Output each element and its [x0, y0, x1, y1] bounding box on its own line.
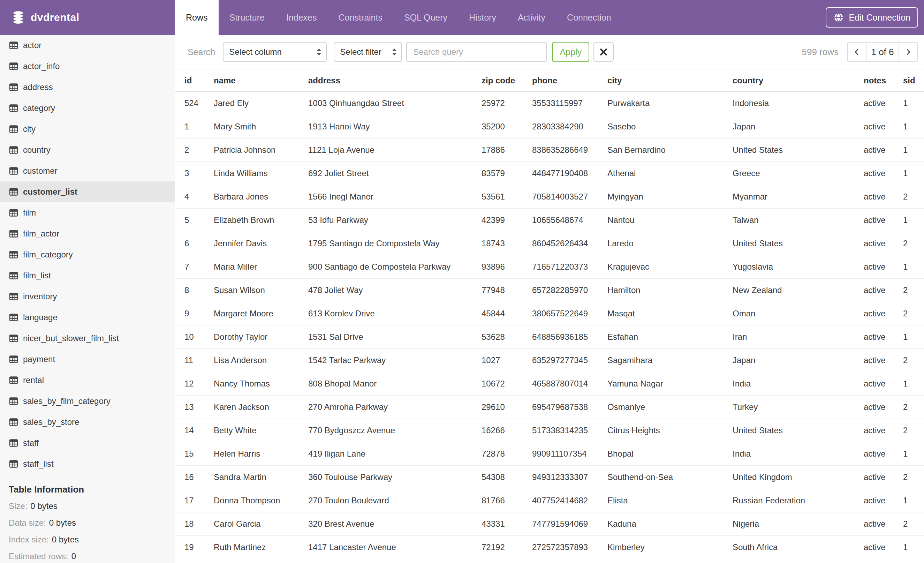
table-row[interactable]: 9Margaret Moore613 Korolev Drive45844380…	[175, 302, 924, 326]
table-cell[interactable]: 2	[894, 466, 924, 489]
table-cell[interactable]: 10655648674	[523, 209, 598, 232]
table-cell[interactable]: 93896	[472, 255, 523, 279]
table-cell[interactable]: Purwakarta	[598, 92, 723, 115]
table-row[interactable]: 3Linda Williams692 Joliet Street83579448…	[175, 162, 924, 185]
table-cell[interactable]: Kaduna	[598, 512, 723, 536]
table-cell[interactable]: 1	[894, 255, 924, 279]
table-cell[interactable]: active	[854, 279, 894, 302]
table-cell[interactable]: Japan	[723, 349, 854, 372]
table-cell[interactable]: 54308	[472, 466, 523, 489]
table-cell[interactable]: active	[854, 466, 894, 489]
table-cell[interactable]: 77948	[472, 279, 523, 302]
sidebar-item-film_list[interactable]: film_list	[0, 265, 175, 286]
table-cell[interactable]: 81766	[472, 489, 523, 512]
tab-constraints[interactable]: Constraints	[328, 0, 393, 35]
tab-indexes[interactable]: Indexes	[276, 0, 328, 35]
table-cell[interactable]: 1003 Qinhuangdao Street	[299, 92, 472, 115]
column-header-address[interactable]: address	[299, 69, 472, 92]
table-cell[interactable]: India	[723, 442, 854, 466]
table-cell[interactable]: 1913 Hanoi Way	[299, 115, 472, 138]
table-cell[interactable]: Jennifer Davis	[204, 232, 299, 255]
table-cell[interactable]: South Africa	[723, 536, 854, 559]
table-cell[interactable]: 448477190408	[523, 162, 598, 185]
sidebar-item-sales_by_film_category[interactable]: sales_by_film_category	[0, 391, 175, 411]
table-cell[interactable]: 29610	[472, 396, 523, 419]
sidebar-item-payment[interactable]: payment	[0, 349, 175, 370]
table-cell[interactable]: 270 Toulon Boulevard	[299, 489, 472, 512]
table-cell[interactable]: Turkey	[723, 396, 854, 419]
table-cell[interactable]: India	[723, 372, 854, 396]
table-cell[interactable]: active	[854, 349, 894, 372]
table-cell[interactable]: 3	[175, 162, 204, 185]
filter-select[interactable]: Select filter	[334, 42, 402, 62]
table-cell[interactable]: 2	[894, 419, 924, 442]
table-cell[interactable]: active	[854, 326, 894, 349]
table-cell[interactable]: 2	[894, 279, 924, 302]
table-cell[interactable]: Donna Thompson	[204, 489, 299, 512]
table-cell[interactable]: 7	[175, 255, 204, 279]
table-row[interactable]: 13Karen Jackson270 Amroha Parkway2961069…	[175, 396, 924, 419]
table-cell[interactable]: 419 Iligan Lane	[299, 442, 472, 466]
table-cell[interactable]: 13	[175, 396, 204, 419]
table-cell[interactable]: 465887807014	[523, 372, 598, 396]
table-cell[interactable]: 17	[175, 489, 204, 512]
sidebar-item-staff[interactable]: staff	[0, 432, 175, 453]
table-cell[interactable]: Esfahan	[598, 326, 723, 349]
table-cell[interactable]: United States	[723, 138, 854, 162]
table-row[interactable]: 12Nancy Thomas808 Bhopal Manor1067246588…	[175, 372, 924, 396]
table-cell[interactable]: active	[854, 209, 894, 232]
table-cell[interactable]: 949312333307	[523, 466, 598, 489]
sidebar-item-actor_info[interactable]: actor_info	[0, 56, 175, 77]
table-cell[interactable]: Elizabeth Brown	[204, 209, 299, 232]
table-row[interactable]: 1Mary Smith1913 Hanoi Way352002830338429…	[175, 115, 924, 138]
table-cell[interactable]: active	[854, 115, 894, 138]
table-cell[interactable]: Southend-on-Sea	[598, 466, 723, 489]
table-cell[interactable]: 1	[894, 138, 924, 162]
table-cell[interactable]: 2	[894, 302, 924, 326]
column-header-zip-code[interactable]: zip code	[472, 69, 523, 92]
table-row[interactable]: 5Elizabeth Brown53 Idfu Parkway423991065…	[175, 209, 924, 232]
sidebar-item-address[interactable]: address	[0, 77, 175, 98]
table-cell[interactable]: active	[854, 92, 894, 115]
table-cell[interactable]: active	[854, 372, 894, 396]
column-header-sid[interactable]: sid	[894, 69, 924, 92]
table-cell[interactable]: United Kingdom	[723, 466, 854, 489]
table-cell[interactable]: 407752414682	[523, 489, 598, 512]
table-cell[interactable]: active	[854, 162, 894, 185]
table-cell[interactable]: 695479687538	[523, 396, 598, 419]
table-cell[interactable]: Yugoslavia	[723, 255, 854, 279]
table-cell[interactable]: active	[854, 419, 894, 442]
table-cell[interactable]: 692 Joliet Street	[299, 162, 472, 185]
table-cell[interactable]: active	[854, 255, 894, 279]
tab-structure[interactable]: Structure	[219, 0, 276, 35]
table-cell[interactable]: Oman	[723, 302, 854, 326]
clear-search-button[interactable]	[594, 42, 614, 62]
tab-history[interactable]: History	[458, 0, 507, 35]
table-cell[interactable]: 478 Joliet Way	[299, 279, 472, 302]
table-cell[interactable]: 9	[175, 302, 204, 326]
table-cell[interactable]: Bhopal	[598, 442, 723, 466]
table-cell[interactable]: 53628	[472, 326, 523, 349]
table-cell[interactable]: Myingyan	[598, 185, 723, 209]
tab-connection[interactable]: Connection	[556, 0, 622, 35]
table-row[interactable]: 10Dorothy Taylor1531 Sal Drive5362864885…	[175, 326, 924, 349]
table-cell[interactable]: Taiwan	[723, 209, 854, 232]
table-cell[interactable]: Elista	[598, 489, 723, 512]
sidebar-item-film[interactable]: film	[0, 202, 175, 223]
table-cell[interactable]: Maria Miller	[204, 255, 299, 279]
column-header-phone[interactable]: phone	[523, 69, 598, 92]
sidebar-item-actor[interactable]: actor	[0, 35, 175, 56]
table-cell[interactable]: 705814003527	[523, 185, 598, 209]
table-cell[interactable]: 1027	[472, 349, 523, 372]
table-cell[interactable]: Yamuna Nagar	[598, 372, 723, 396]
table-cell[interactable]: Citrus Heights	[598, 419, 723, 442]
table-cell[interactable]: 1	[894, 489, 924, 512]
table-row[interactable]: 19Ruth Martinez1417 Lancaster Avenue7219…	[175, 536, 924, 559]
table-cell[interactable]: Indonesia	[723, 92, 854, 115]
table-cell[interactable]: 16266	[472, 419, 523, 442]
table-row[interactable]: 524Jared Ely1003 Qinhuangdao Street25972…	[175, 92, 924, 115]
table-row[interactable]: 17Donna Thompson270 Toulon Boulevard8176…	[175, 489, 924, 512]
table-cell[interactable]: 272572357893	[523, 536, 598, 559]
sidebar-item-country[interactable]: country	[0, 140, 175, 161]
table-cell[interactable]: Kimberley	[598, 536, 723, 559]
